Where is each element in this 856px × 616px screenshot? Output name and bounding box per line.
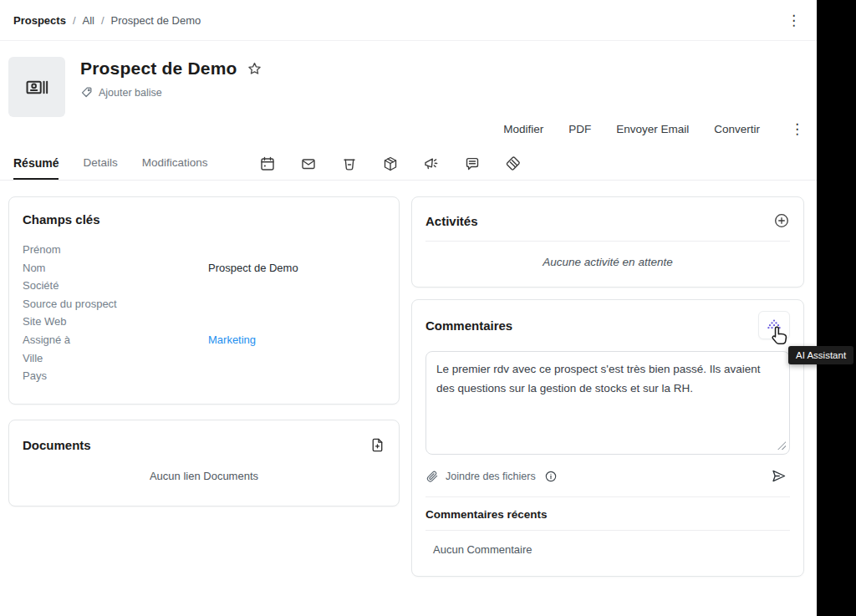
tab-details[interactable]: Details xyxy=(83,147,117,180)
star-icon[interactable] xyxy=(247,61,262,77)
envoyer-email-button[interactable]: Envoyer Email xyxy=(616,123,689,135)
documents-title: Documents xyxy=(23,438,91,452)
calendar-icon[interactable] xyxy=(259,155,276,172)
field-row-source: Source du prospect xyxy=(23,295,385,313)
bucket-icon[interactable] xyxy=(341,155,358,172)
right-black-bar xyxy=(817,0,856,616)
tab-icon-group xyxy=(259,147,522,180)
activities-card: Activités Aucune activité en attente xyxy=(411,196,804,288)
field-row-societe: Société xyxy=(23,277,385,295)
page-title: Prospect de Demo xyxy=(80,59,237,79)
left-column: Champs clés Prénom Nom Prospect de Demo … xyxy=(8,196,400,577)
actions-row: Modifier PDF Envoyer Email Convertir ⋮ xyxy=(0,117,856,140)
field-row-assigne: Assigné à Marketing xyxy=(23,331,385,349)
breadcrumb-separator: / xyxy=(73,14,76,27)
pdf-button[interactable]: PDF xyxy=(568,123,591,135)
breadcrumb-separator: / xyxy=(101,14,104,27)
modifier-button[interactable]: Modifier xyxy=(503,123,543,135)
comment-input-wrap: Le premier rdv avec ce prospect s'est tr… xyxy=(425,351,790,455)
send-icon[interactable] xyxy=(771,468,787,484)
field-row-nom: Nom Prospect de Demo xyxy=(23,259,385,277)
attach-files-label: Joindre des fichiers xyxy=(446,471,536,482)
page-kebab-menu-icon[interactable]: ⋮ xyxy=(782,12,806,29)
documents-card: Documents Aucun lien Documents xyxy=(8,420,400,507)
plus-circle-icon[interactable] xyxy=(773,212,790,229)
field-row-ville: Ville xyxy=(23,349,385,368)
actions-kebab-menu-icon[interactable]: ⋮ xyxy=(785,120,809,138)
add-tag-button[interactable]: Ajouter balise xyxy=(80,86,262,99)
field-row-pays: Pays xyxy=(23,367,385,385)
recent-comments-divider xyxy=(425,530,790,531)
tab-bar: Résumé Details Modifications xyxy=(0,147,856,181)
key-fields-title: Champs clés xyxy=(23,212,385,227)
activities-title: Activités xyxy=(425,214,478,228)
mail-icon[interactable] xyxy=(300,155,317,172)
handshake-icon[interactable] xyxy=(505,155,522,172)
file-plus-icon[interactable] xyxy=(369,437,385,453)
field-row-prenom: Prénom xyxy=(23,241,385,259)
prospect-detail-page: Prospects / All / Prospect de Demo ⋮ Pro… xyxy=(0,0,856,616)
title-block: Prospect de Demo Ajouter balise xyxy=(80,57,262,117)
record-header: Prospect de Demo Ajouter balise xyxy=(0,41,856,117)
avatar xyxy=(8,57,65,117)
main-content: Champs clés Prénom Nom Prospect de Demo … xyxy=(0,181,856,577)
comment-icon[interactable] xyxy=(464,155,481,172)
attach-files-button[interactable]: Joindre des fichiers xyxy=(425,470,536,483)
hand-cursor-icon xyxy=(769,325,791,349)
key-fields-card: Champs clés Prénom Nom Prospect de Demo … xyxy=(8,196,400,405)
comment-input[interactable]: Le premier rdv avec ce prospect s'est tr… xyxy=(425,351,790,455)
id-card-icon xyxy=(24,76,49,99)
ai-assistant-button[interactable]: AI Assistant xyxy=(758,311,790,339)
assigned-to-link[interactable]: Marketing xyxy=(208,331,256,349)
info-circle-icon[interactable] xyxy=(544,470,558,483)
paperclip-icon xyxy=(425,470,439,483)
tab-modifications[interactable]: Modifications xyxy=(142,147,208,180)
documents-empty-state: Aucun lien Documents xyxy=(23,470,385,482)
breadcrumb-current: Prospect de Demo xyxy=(111,14,201,27)
comments-divider xyxy=(425,496,790,497)
megaphone-icon[interactable] xyxy=(423,155,440,172)
add-tag-label: Ajouter balise xyxy=(99,87,162,99)
recent-comments-title: Commentaires récents xyxy=(425,508,790,521)
tab-resume[interactable]: Résumé xyxy=(13,147,59,180)
recent-comments-empty-state: Aucun Commentaire xyxy=(425,543,790,556)
breadcrumb-prospects[interactable]: Prospects xyxy=(13,14,66,27)
ai-assistant-tooltip: AI Assistant xyxy=(788,346,853,364)
attach-row: Joindre des fichiers xyxy=(425,468,790,484)
activities-divider xyxy=(425,241,790,242)
activities-empty-state: Aucune activité en attente xyxy=(425,256,790,268)
breadcrumb: Prospects / All / Prospect de Demo ⋮ xyxy=(0,0,856,41)
comments-title: Commentaires xyxy=(425,318,512,333)
comments-card: Commentaires xyxy=(411,299,804,577)
right-column: Activités Aucune activité en attente Com… xyxy=(411,196,804,577)
breadcrumb-all[interactable]: All xyxy=(83,14,94,27)
field-row-site-web: Site Web xyxy=(23,313,385,331)
package-icon[interactable] xyxy=(382,155,399,172)
convertir-button[interactable]: Convertir xyxy=(714,123,760,135)
add-tag-icon xyxy=(80,86,93,99)
